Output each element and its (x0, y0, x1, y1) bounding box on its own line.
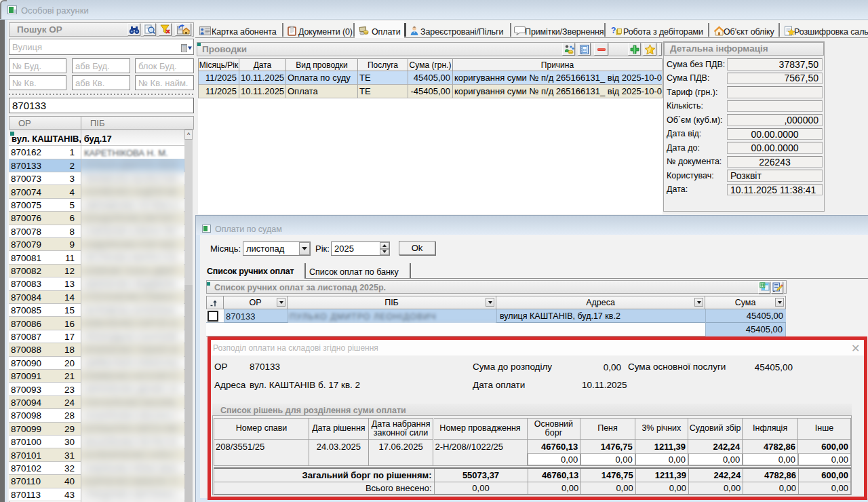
svg-text:?: ? (611, 26, 616, 35)
